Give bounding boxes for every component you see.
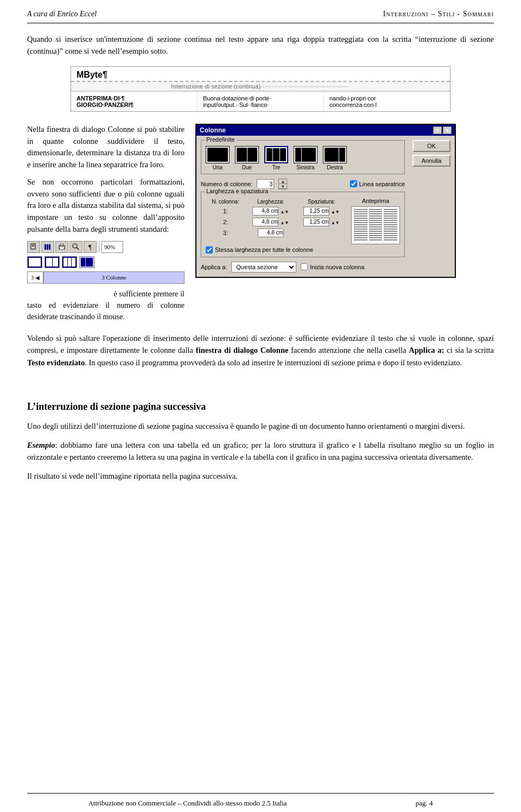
para-1: Volendo si può saltare l'operazione di i… [27, 332, 494, 369]
stessa-row: Stessa larghezza per tutte le colonne [206, 246, 400, 253]
ncol-spinner[interactable]: ▲ ▼ [278, 179, 287, 189]
predefinite-label: Predefinite [205, 136, 237, 143]
anteprima-box [351, 206, 400, 244]
svg-rect-1 [32, 245, 34, 245]
ncol-spin-up[interactable]: ▲ [279, 179, 287, 184]
svg-rect-3 [45, 244, 46, 250]
col-type-una[interactable]: Una [206, 146, 230, 170]
linea-sep-label: Linea separatrice [359, 181, 405, 187]
ant-col-1 [354, 209, 367, 242]
spaz-input-2[interactable] [303, 218, 329, 226]
dialog-title-buttons: ? ✕ [433, 126, 452, 134]
tb-icon-search[interactable] [69, 241, 82, 253]
tb-icon-cols[interactable] [41, 241, 54, 253]
col-type-due[interactable]: Due [235, 146, 259, 170]
largh-input-1[interactable] [252, 207, 278, 215]
anteprima-area: Anteprima [351, 198, 400, 244]
larghezza-section: Larghezza e spaziatura N. colonna: Largh [201, 192, 405, 257]
section-heading: L’interruzione di sezione pagina success… [27, 401, 494, 413]
larghezza-label: Larghezza e spaziatura [205, 188, 270, 194]
largh-input-3[interactable] [258, 229, 284, 237]
svg-rect-4 [47, 244, 48, 250]
col-layout-1[interactable] [27, 256, 42, 268]
colonne-dialog: Colonne ? ✕ Predefinite [195, 124, 456, 278]
spaz-val-2: ▲▼ [296, 217, 347, 227]
sbx-col-3: nando·i·propri·corconcorrenza·con·l [324, 92, 450, 111]
spacer [27, 499, 494, 793]
dialog-left: Predefinite Una [201, 140, 405, 272]
sbx-divider: Interruzione·di·sezione·(continua)······… [71, 81, 450, 91]
col-type-tre[interactable]: Tre [264, 146, 288, 170]
footer-page: pag. 4 [416, 799, 433, 807]
footer-text: Attribuzione non Commerciale – Condividi… [88, 799, 287, 807]
inizia-row: Inizia nuova colonna [301, 263, 364, 270]
tb-icon-1[interactable] [27, 241, 40, 253]
predefinite-section: Predefinite Una [201, 140, 405, 174]
col-type-destra[interactable]: Destra [323, 146, 347, 170]
intro-paragraph: Quando si inserisce un'interruzione di s… [27, 33, 494, 58]
para-3: Esempio: dobbiamo fare una lettera con u… [27, 439, 494, 464]
dialog-buttons: OK Annulla [409, 140, 450, 272]
linea-sep-checkbox[interactable] [350, 180, 357, 187]
col-indicator-bar: 3 ◀ 3 Colonne [27, 271, 185, 284]
col-layout-2[interactable] [45, 256, 60, 268]
largh-val-1: ▲▼ [245, 206, 296, 217]
predefinite-icons-row: Una Due [206, 143, 400, 170]
page-num-indicator: 3 ◀ [27, 271, 43, 283]
footer: Attribuzione non Commerciale – Condividi… [27, 793, 494, 812]
larghezza-table: N. colonna: Larghezza: Spaziatura: 1: [206, 198, 347, 238]
ant-col-3 [384, 209, 397, 242]
dialog-main-row: Predefinite Una [201, 140, 450, 272]
col-type-sinistra[interactable]: Sinistra [294, 146, 317, 170]
tb-icon-pilcrow[interactable]: ¶ [84, 241, 97, 253]
dialog-help-btn[interactable]: ? [433, 126, 442, 134]
sbx-col-1: ANTEPRIMA·DI·¶GIORGIO·PANZERI¶ [71, 92, 198, 111]
linea-sep-group: Linea separatrice [350, 180, 405, 187]
svg-rect-8 [60, 248, 63, 249]
largh-val-2: ▲▼ [245, 217, 296, 227]
col-layout-row [27, 256, 185, 268]
th-largh: Larghezza: [245, 198, 296, 206]
sbx-col-2: Buona·dotazione·di·porte·input/output.··… [198, 92, 324, 111]
svg-line-10 [77, 248, 79, 250]
svg-rect-2 [32, 246, 34, 246]
col-layout-asym1[interactable] [79, 256, 94, 268]
spaz-input-1[interactable] [303, 207, 329, 215]
applica-row: Applica a: Questa sezione Inizia nuova c… [201, 262, 405, 272]
stessa-checkbox[interactable] [206, 246, 213, 253]
col-icon-des-box [323, 146, 347, 163]
inizia-checkbox[interactable] [301, 263, 308, 270]
stessa-label: Stessa larghezza per tutte le colonne [215, 246, 313, 253]
col-count-indicator[interactable]: 3 Colonne [43, 271, 185, 284]
th-spaz: Spaziatura: [296, 198, 347, 206]
applica-select[interactable]: Questa sezione [231, 262, 296, 272]
ok-button[interactable]: OK [412, 140, 450, 152]
sufficient-text: è sufficiente premere il tasto ed eviden… [27, 288, 185, 322]
ant-col-2 [369, 209, 383, 242]
main-paragraphs: Volendo si può saltare l'operazione di i… [27, 332, 494, 375]
ncol-spin-down[interactable]: ▼ [279, 184, 287, 189]
ncol-label: Numero di colonne: [201, 181, 252, 187]
left-text-area: Nella finestra di dialogo Colonne si può… [27, 124, 185, 322]
page: A cura di Enrico Eccel Interruzioni – St… [0, 0, 521, 812]
largh-n-3: 3: [206, 227, 245, 238]
header-author: A cura di Enrico Eccel [27, 10, 97, 18]
dialog-title: Colonne [200, 126, 226, 134]
cancel-button[interactable]: Annulla [412, 155, 450, 167]
toolbar-row: ¶ 90% [27, 241, 185, 253]
left-p1: Nella finestra di dialogo Colonne si può… [27, 124, 185, 171]
larghezza-content: N. colonna: Larghezza: Spaziatura: 1: [206, 194, 400, 244]
para-2: Uno degli utilizzi dell’interruzione di … [27, 420, 494, 432]
largh-row-2: 2: ▲▼ ▲▼ [206, 217, 347, 227]
col-layout-3[interactable] [62, 256, 77, 268]
header-title: Interruzioni – Stili - Sommari [383, 10, 494, 18]
larghezza-table-wrap: N. colonna: Larghezza: Spaziatura: 1: [206, 198, 347, 244]
largh-row-3: 3: [206, 227, 347, 238]
dialog-close-btn[interactable]: ✕ [443, 126, 452, 134]
col-icon-due-box [235, 146, 259, 163]
largh-input-2[interactable] [252, 218, 278, 226]
zoom-dropdown[interactable]: 90% [101, 241, 123, 253]
largh-val-3 [245, 227, 296, 238]
tb-icon-print[interactable] [55, 241, 68, 253]
largh-n-2: 2: [206, 217, 245, 227]
